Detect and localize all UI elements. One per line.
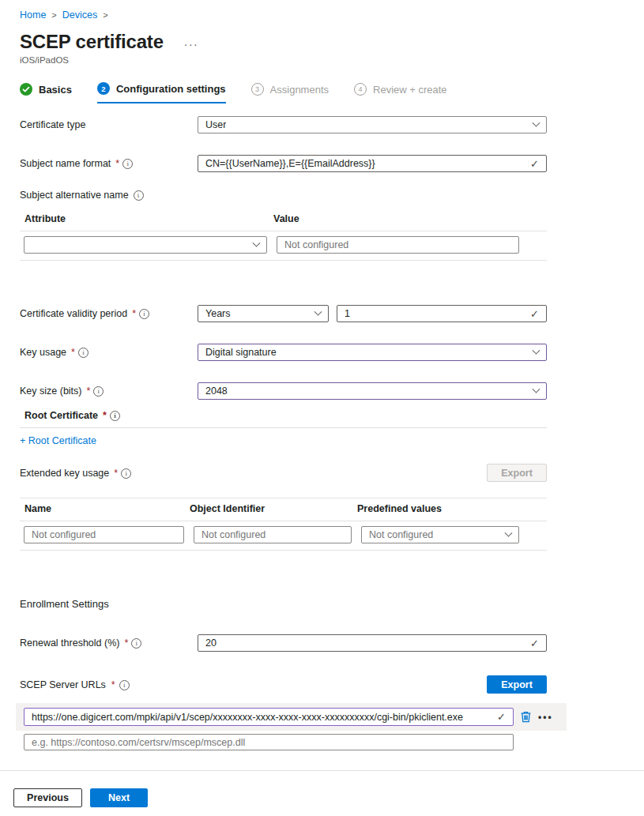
tab-review-create[interactable]: 4 Review + create (354, 82, 447, 103)
breadcrumb: Home > Devices > (20, 9, 644, 21)
renewal-threshold-label: Renewal threshold (%) (20, 637, 119, 649)
previous-button[interactable]: Previous (13, 788, 82, 807)
required-asterisk: * (111, 679, 115, 690)
scep-export-button[interactable]: Export (487, 675, 547, 694)
eku-predefined-value: Not configured (369, 529, 433, 540)
san-header-value: Value (273, 213, 299, 224)
scep-url-value: https://one.digicert.com/mpki/api/v1/sce… (32, 712, 463, 723)
subject-alternative-name-label: Subject alternative name (20, 190, 129, 201)
page-title: SCEP certificate (20, 31, 164, 53)
san-attribute-dropdown[interactable] (24, 236, 267, 254)
validity-unit-dropdown[interactable]: Years (198, 305, 329, 322)
scep-server-urls-label: SCEP Server URLs (20, 679, 106, 690)
eku-name-placeholder: Not configured (32, 529, 96, 540)
delete-icon[interactable] (519, 710, 533, 724)
tab-label: Configuration settings (116, 83, 226, 95)
key-usage-dropdown[interactable]: Digital signature (198, 344, 547, 361)
required-asterisk: * (71, 347, 75, 358)
tab-label: Basics (39, 84, 72, 96)
tab-assignments[interactable]: 3 Assignments (251, 82, 329, 103)
chevron-right-icon: > (51, 10, 56, 20)
info-icon[interactable]: i (121, 468, 131, 479)
validity-unit-value: Years (205, 308, 231, 319)
chevron-down-icon (314, 307, 322, 315)
scep-new-url-input[interactable]: e.g. https://contoso.com/certsrv/mscep/m… (24, 734, 514, 750)
breadcrumb-link-devices[interactable]: Devices (62, 9, 97, 21)
key-size-dropdown[interactable]: 2048 (198, 382, 547, 400)
valid-checkmark-icon: ✓ (530, 308, 539, 320)
eku-export-button[interactable]: Export (487, 464, 547, 482)
info-icon[interactable]: i (93, 386, 104, 397)
chevron-down-icon (253, 239, 261, 246)
page-subtitle: iOS/iPadOS (20, 55, 644, 65)
certificate-type-value: User (205, 119, 226, 130)
key-size-label: Key size (bits) (20, 385, 82, 397)
key-usage-value: Digital signature (205, 347, 277, 358)
valid-checkmark-icon: ✓ (497, 711, 506, 723)
subject-name-format-value: CN={{UserName}},E={{EmailAddress}} (205, 158, 375, 169)
more-options-icon[interactable]: ··· (184, 33, 199, 51)
info-icon[interactable]: i (122, 159, 133, 169)
step-number-badge: 3 (251, 83, 264, 96)
san-value-input[interactable]: Not configured (277, 236, 519, 254)
eku-oid-placeholder: Not configured (201, 529, 266, 540)
step-number-badge: 2 (97, 82, 110, 95)
required-asterisk: * (87, 385, 91, 397)
validity-period-label: Certificate validity period (20, 308, 127, 319)
wizard-footer: Previous Next (0, 770, 644, 807)
eku-header-predefined: Predefined values (357, 503, 442, 514)
required-asterisk: * (132, 308, 136, 319)
certificate-type-label: Certificate type (20, 119, 85, 130)
scep-new-url-placeholder: e.g. https://contoso.com/certsrv/mscep/m… (32, 737, 245, 748)
eku-oid-input[interactable]: Not configured (194, 526, 352, 543)
completed-check-icon (20, 83, 32, 96)
san-row: Not configured (20, 231, 547, 260)
eku-name-input[interactable]: Not configured (24, 526, 184, 543)
tab-label: Review + create (373, 84, 447, 96)
renewal-threshold-input[interactable]: 20 ✓ (198, 634, 547, 652)
renewal-threshold-value: 20 (205, 637, 217, 649)
eku-header-name: Name (24, 503, 190, 514)
chevron-down-icon (533, 118, 540, 126)
divider (20, 427, 547, 428)
required-asterisk: * (124, 637, 128, 649)
required-asterisk: * (114, 468, 118, 479)
info-icon[interactable]: i (78, 348, 89, 358)
key-size-value: 2048 (205, 385, 228, 397)
validity-number-input[interactable]: 1 ✓ (337, 305, 547, 322)
extended-key-usage-label: Extended key usage (20, 468, 109, 479)
eku-table: Name Object Identifier Predefined values… (20, 498, 547, 551)
scep-url-input[interactable]: https://one.digicert.com/mpki/api/v1/sce… (24, 708, 514, 726)
info-icon[interactable]: i (110, 411, 120, 421)
key-usage-label: Key usage (20, 347, 66, 358)
tab-label: Assignments (270, 84, 329, 96)
breadcrumb-link-home[interactable]: Home (20, 9, 46, 21)
chevron-down-icon (533, 385, 540, 393)
san-value-placeholder: Not configured (284, 239, 348, 250)
san-header-attribute: Attribute (24, 213, 273, 224)
info-icon[interactable]: i (134, 190, 144, 201)
more-options-icon[interactable]: ••• (538, 712, 553, 723)
valid-checkmark-icon: ✓ (530, 637, 539, 649)
tab-configuration-settings[interactable]: 2 Configuration settings (97, 82, 226, 103)
enrollment-settings-heading: Enrollment Settings (20, 598, 644, 610)
add-root-certificate-link[interactable]: + Root Certificate (20, 435, 96, 446)
eku-predefined-dropdown[interactable]: Not configured (361, 526, 519, 543)
wizard-steps: Basics 2 Configuration settings 3 Assign… (20, 82, 644, 103)
step-number-badge: 4 (354, 83, 367, 96)
info-icon[interactable]: i (139, 309, 149, 319)
eku-row: Not configured Not configured Not config… (20, 521, 547, 550)
tab-basics[interactable]: Basics (20, 82, 72, 103)
chevron-right-icon: > (103, 10, 107, 20)
chevron-down-icon (533, 346, 540, 354)
info-icon[interactable]: i (131, 638, 141, 649)
certificate-type-dropdown[interactable]: User (198, 116, 547, 133)
eku-header-oid: Object Identifier (190, 503, 357, 514)
next-button[interactable]: Next (90, 788, 148, 807)
root-certificate-label: Root Certificate (24, 410, 98, 421)
validity-number-value: 1 (345, 308, 350, 319)
info-icon[interactable]: i (119, 680, 130, 690)
san-table: Attribute Value Not configured (20, 209, 547, 261)
subject-name-format-input[interactable]: CN={{UserName}},E={{EmailAddress}} ✓ (198, 155, 547, 172)
required-asterisk: * (115, 158, 119, 169)
